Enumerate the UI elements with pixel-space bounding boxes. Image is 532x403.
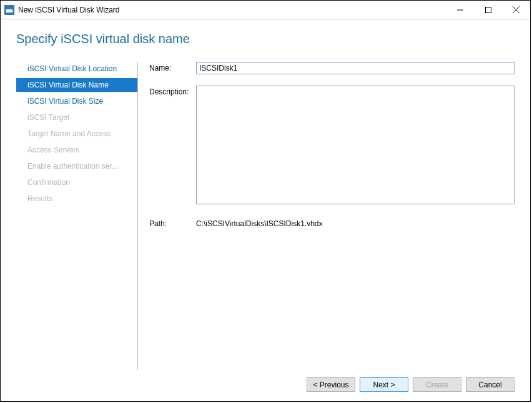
button-bar: < Previous Next > Create Cancel [16,370,515,392]
name-input[interactable] [196,62,515,74]
body-area: iSCSI Virtual Disk Location iSCSI Virtua… [16,62,515,370]
page-title: Specify iSCSI virtual disk name [16,32,515,46]
maximize-button[interactable] [474,1,502,19]
path-row: Path: C:\iSCSIVirtualDisks\ISCSIDisk1.vh… [149,217,515,228]
path-value: C:\iSCSIVirtualDisks\ISCSIDisk1.vhdx [196,217,515,228]
svg-rect-1 [6,7,12,9]
close-button[interactable] [502,1,530,19]
cancel-button[interactable]: Cancel [466,377,515,392]
step-target-access: Target Name and Access [16,127,137,141]
path-label: Path: [149,217,196,228]
form-panel: Name: Description: Path: C:\iSCSIVirtual… [149,62,515,370]
step-size[interactable]: iSCSI Virtual Disk Size [16,94,137,108]
window-controls [446,1,530,19]
next-button[interactable]: Next > [360,377,408,392]
previous-button[interactable]: < Previous [307,377,355,392]
window-title: New iSCSI Virtual Disk Wizard [18,6,446,14]
wizard-window: New iSCSI Virtual Disk Wizard Specify iS… [0,0,531,402]
titlebar: New iSCSI Virtual Disk Wizard [1,1,530,19]
description-row: Description: [149,86,515,206]
step-target: iSCSI Target [16,111,137,124]
description-label: Description: [149,86,196,206]
step-confirmation: Confirmation [16,176,137,189]
name-label: Name: [149,62,196,74]
step-access-servers: Access Servers [16,143,137,157]
wizard-steps-sidebar: iSCSI Virtual Disk Location iSCSI Virtua… [16,62,138,370]
app-icon [4,5,14,15]
minimize-button[interactable] [446,1,474,19]
step-authentication: Enable authentication ser... [16,159,137,173]
description-input[interactable] [196,86,515,204]
step-name[interactable]: iSCSI Virtual Disk Name [16,78,137,92]
create-button: Create [413,377,461,392]
svg-rect-3 [485,7,491,12]
name-row: Name: [149,62,515,74]
step-results: Results [16,192,137,206]
content-area: Specify iSCSI virtual disk name iSCSI Vi… [1,19,530,401]
step-location[interactable]: iSCSI Virtual Disk Location [16,62,137,76]
